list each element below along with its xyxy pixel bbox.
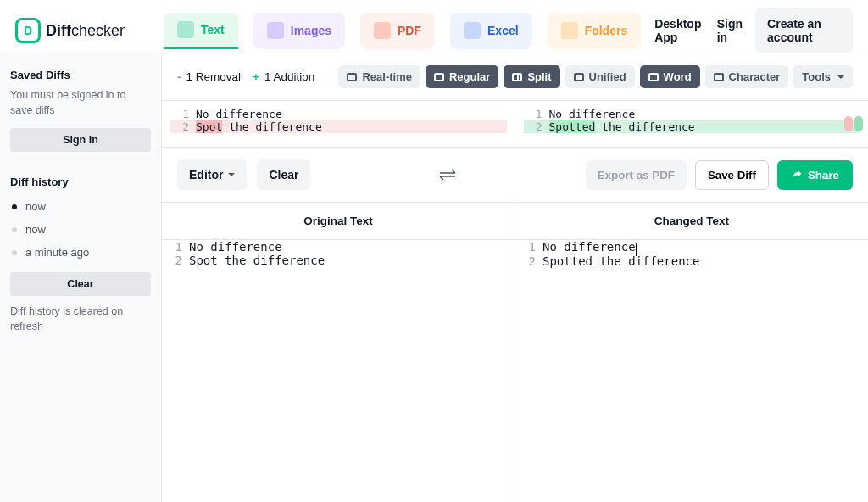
sidebar-signin-button[interactable]: Sign In [10,128,151,152]
tab-text[interactable]: Text [164,13,238,49]
swap-icon [437,168,460,181]
line-number: 1 [524,108,542,120]
pane-changed: Changed Text 1No difference 2Spotted the… [515,203,868,502]
diff-line-removed: 2Spot the difference [170,120,507,133]
diff-text: the difference [222,120,321,133]
logo-icon: D [15,18,41,43]
diff-line: 1No difference [170,108,507,120]
editor-text: No difference [542,240,636,254]
chip-label: Word [664,70,692,83]
mode-word[interactable]: Word [640,65,700,88]
mode-split[interactable]: Split [504,65,559,88]
line-number: 2 [170,120,189,133]
text-icon [177,21,194,38]
line-number: 2 [524,120,542,133]
minimap[interactable] [844,116,863,131]
tab-pdf-label: PDF [398,24,421,37]
logo[interactable]: D Diffchecker [15,18,125,43]
line-number: 1 [522,240,536,254]
chip-label: Split [527,70,551,83]
line-number: 2 [169,254,182,267]
mode-unified[interactable]: Unified [565,65,635,88]
minimap-added-icon [854,116,863,131]
diff-text: the difference [595,120,694,133]
export-pdf-button[interactable]: Export as PDF [586,160,687,190]
editor-panes: Original Text 1No difference 2Spot the d… [162,203,868,502]
history-clear-note: Diff history is cleared on refresh [10,304,151,334]
signin-link[interactable]: Sign in [717,17,745,44]
split-icon [512,73,522,81]
save-diff-button[interactable]: Save Diff [695,160,769,190]
mode-realtime[interactable]: Real-time [338,65,420,88]
tab-images[interactable]: Images [253,13,345,49]
diff-history-list: now now a minute ago [10,195,151,264]
images-icon [267,22,284,39]
editor-changed[interactable]: 1No difference 2Spotted the difference [515,239,868,502]
removal-count: 1 Removal [177,70,241,83]
tab-pdf[interactable]: PDF [360,13,435,49]
diff-right: 1No difference 2Spotted the difference [515,101,869,147]
square-icon [648,73,659,81]
tab-folders-label: Folders [585,24,628,37]
history-item-label: now [25,200,46,213]
editor-line: 1No difference [522,240,861,254]
mode-chips: Real-time Regular Split Unified Word Cha… [338,65,853,88]
header: D Diffchecker Text Images PDF Excel Fold… [0,0,868,53]
text-cursor-icon [636,243,637,256]
create-account-button[interactable]: Create an account [755,8,853,53]
share-button[interactable]: Share [777,160,853,190]
editor-original[interactable]: 1No difference 2Spot the difference [162,239,515,502]
mode-regular[interactable]: Regular [426,65,498,88]
square-icon [574,73,584,81]
line-number: 1 [169,240,182,254]
tab-images-label: Images [291,24,331,37]
editor-line: 1No difference [169,240,508,254]
diff-toolbar: 1 Removal 1 Addition Real-time Regular S… [162,53,868,101]
chip-label: Unified [589,70,626,83]
square-icon [434,73,444,81]
tab-folders[interactable]: Folders [548,13,642,49]
history-item[interactable]: now [10,195,151,218]
share-icon [791,169,803,181]
diff-preview: 1No difference 2Spot the difference 1No … [162,101,868,148]
chip-label: Tools [802,70,831,83]
dot-icon [12,227,17,232]
editor-text: No difference [189,240,282,254]
main-content: 1 Removal 1 Addition Real-time Regular S… [161,53,868,502]
folders-icon [561,22,578,39]
square-icon [714,73,724,81]
chip-label: Regular [449,70,490,83]
mode-character[interactable]: Character [705,65,789,88]
history-item[interactable]: a minute ago [10,241,151,264]
history-item-label: now [25,223,46,236]
editor-dropdown[interactable]: Editor [177,159,247,190]
line-number: 1 [170,108,189,120]
history-item[interactable]: now [10,218,151,241]
desktop-app-link[interactable]: Desktop App [654,17,706,44]
clear-button[interactable]: Clear [257,159,310,190]
chip-label: Character [729,70,781,83]
swap-button[interactable] [437,168,460,181]
diff-line-added: 2Spotted the difference [524,120,860,133]
diff-text: No difference [196,108,282,120]
diff-summary: 1 Removal 1 Addition [177,70,314,83]
dot-icon [12,250,17,255]
editor-toolbar: Editor Clear Export as PDF Save Diff Sha… [162,148,868,203]
square-icon [347,73,357,81]
history-clear-button[interactable]: Clear [10,272,151,296]
diff-left: 1No difference 2Spot the difference [162,101,515,147]
header-right: Desktop App Sign in Create an account [654,8,853,53]
tools-dropdown[interactable]: Tools [793,65,853,88]
tab-excel[interactable]: Excel [450,13,532,49]
editor-line: 2Spotted the difference [522,254,861,268]
sidebar: Saved Diffs You must be signed in to sav… [0,53,161,502]
logo-text-checker: checker [71,22,125,39]
editor-text: Spot the difference [189,254,325,267]
minimap-removed-icon [844,116,853,131]
nav-tabs: Text Images PDF Excel Folders [164,13,641,49]
tab-text-label: Text [201,23,225,36]
saved-diffs-title: Saved Diffs [10,69,151,81]
pane-title-original: Original Text [162,203,515,239]
diff-text: No difference [549,108,636,120]
history-item-label: a minute ago [25,246,89,259]
